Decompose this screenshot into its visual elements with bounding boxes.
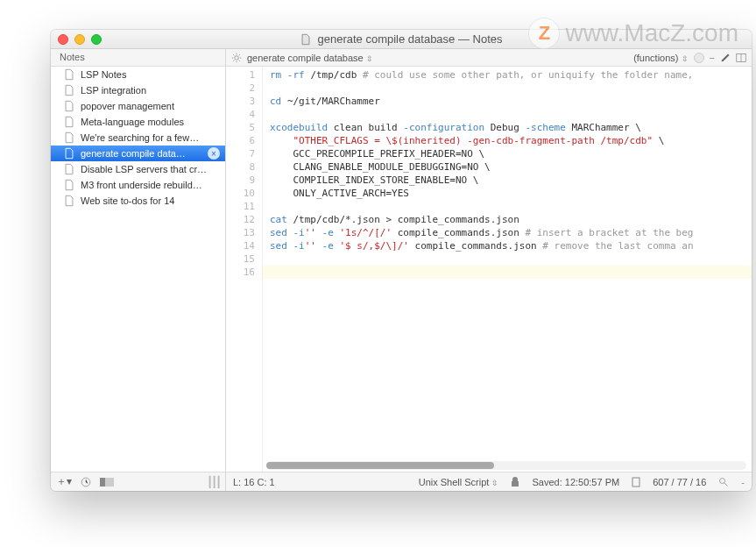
- marker-dot[interactable]: [694, 53, 704, 63]
- language-popup[interactable]: Unix Shell Script ⇳: [419, 477, 499, 487]
- code-line[interactable]: cd ~/git/MARChammer: [270, 95, 745, 108]
- file-icon: [63, 68, 75, 81]
- line-number[interactable]: 11: [226, 200, 255, 213]
- line-number[interactable]: 8: [226, 160, 255, 174]
- content-area: Notes LSP NotesLSP integrationpopover ma…: [51, 49, 752, 491]
- sidebar: Notes LSP NotesLSP integrationpopover ma…: [51, 49, 226, 491]
- line-number[interactable]: 5: [226, 121, 255, 134]
- close-icon[interactable]: ×: [208, 147, 220, 160]
- chevron-updown-icon: ⇳: [682, 55, 689, 63]
- code-line[interactable]: [270, 252, 745, 266]
- horizontal-scrollbar[interactable]: [266, 461, 746, 470]
- code-line[interactable]: COMPILER_INDEX_STORE_ENABLE=NO \: [270, 174, 745, 187]
- document-counts[interactable]: 607 / 77 / 16: [653, 477, 706, 487]
- sidebar-item[interactable]: generate compile data…×: [51, 146, 225, 161]
- code-line[interactable]: rm -rf /tmp/cdb # could use some other p…: [270, 68, 745, 82]
- history-icon[interactable]: [81, 477, 91, 487]
- sidebar-item-label: M3 front underside rebuild…: [81, 180, 220, 190]
- sidebar-item-label: Disable LSP servers that cr…: [81, 164, 220, 174]
- file-icon: [63, 116, 75, 128]
- sidebar-item[interactable]: M3 front underside rebuild…: [51, 177, 225, 193]
- code-line[interactable]: GCC_PRECOMPILE_PREFIX_HEADER=NO \: [270, 147, 745, 160]
- line-number[interactable]: 6: [226, 134, 255, 147]
- sidebar-item-label: generate compile data…: [81, 148, 202, 159]
- svg-rect-2: [105, 478, 114, 487]
- watermark: Z www.MacZ.com: [528, 18, 738, 49]
- sidebar-item[interactable]: We're searching for a few…: [51, 130, 225, 146]
- pencil-icon[interactable]: [720, 53, 731, 63]
- sidebar-drag-handle[interactable]: ┃┃┃: [207, 476, 220, 488]
- svg-rect-7: [632, 478, 639, 487]
- saved-status: Saved: 12:50:57 PM: [532, 477, 619, 487]
- line-number[interactable]: 12: [226, 213, 255, 226]
- svg-point-3: [235, 55, 239, 60]
- line-number[interactable]: 7: [226, 147, 255, 160]
- line-number[interactable]: 2: [226, 82, 255, 95]
- code-line[interactable]: [270, 266, 745, 279]
- sidebar-item-label: LSP Notes: [81, 69, 220, 80]
- file-icon: [63, 131, 75, 144]
- scrollbar-thumb[interactable]: [266, 462, 494, 469]
- sidebar-item[interactable]: LSP integration: [51, 82, 225, 98]
- sidebar-footer: ＋▾ ┃┃┃: [51, 472, 225, 491]
- svg-line-9: [724, 482, 728, 486]
- line-number[interactable]: 16: [226, 266, 255, 279]
- sidebar-header: Notes: [51, 49, 225, 67]
- sidebar-item-label: LSP integration: [81, 85, 220, 96]
- code-line[interactable]: [270, 200, 745, 213]
- line-number[interactable]: 13: [226, 226, 255, 239]
- file-icon: [63, 100, 75, 112]
- line-number[interactable]: 4: [226, 108, 255, 121]
- code-area[interactable]: rm -rf /tmp/cdb # could use some other p…: [263, 67, 752, 472]
- lock-icon[interactable]: [511, 477, 519, 487]
- sidebar-list[interactable]: LSP NotesLSP integrationpopover manageme…: [51, 67, 225, 472]
- code-line[interactable]: [270, 82, 745, 95]
- code-line[interactable]: sed -i'' -e '1s/^/[/' compile_commands.j…: [270, 226, 745, 239]
- sidebar-item-label: popover management: [81, 101, 220, 111]
- functions-popup[interactable]: (functions) ⇳: [633, 53, 688, 63]
- file-icon: [63, 84, 75, 96]
- chevron-updown-icon: ⇳: [366, 55, 373, 63]
- editor-body[interactable]: 12345678910111213141516 rm -rf /tmp/cdb …: [226, 67, 752, 472]
- editor-panel: generate compile database ⇳ (functions) …: [226, 49, 752, 491]
- sidebar-item[interactable]: Meta-language modules: [51, 114, 225, 130]
- line-number[interactable]: 3: [226, 95, 255, 108]
- line-number[interactable]: 15: [226, 252, 255, 266]
- code-line[interactable]: xcodebuild clean build -configuration De…: [270, 121, 745, 134]
- cursor-position[interactable]: L: 16 C: 1: [233, 477, 275, 487]
- line-number[interactable]: 14: [226, 239, 255, 252]
- split-view-icon[interactable]: [736, 53, 746, 63]
- code-line[interactable]: ONLY_ACTIVE_ARCH=YES: [270, 187, 745, 200]
- z-logo-icon: Z: [528, 18, 560, 49]
- file-icon: [63, 163, 75, 175]
- sidebar-item-label: We're searching for a few…: [81, 132, 220, 143]
- code-line[interactable]: sed -i'' -e '$ s/,$/\]/' compile_command…: [270, 239, 745, 252]
- window-title-text: generate compile database — Notes: [317, 32, 502, 46]
- svg-rect-6: [512, 481, 519, 487]
- sidebar-item[interactable]: Web site to-dos for 14: [51, 193, 225, 209]
- code-line[interactable]: [270, 108, 745, 121]
- sidebar-item[interactable]: popover management: [51, 98, 225, 114]
- code-line[interactable]: CLANG_ENABLE_MODULE_DEBUGGING=NO \: [270, 160, 745, 174]
- line-number[interactable]: 1: [226, 68, 255, 82]
- svg-point-8: [720, 478, 725, 483]
- line-number[interactable]: 9: [226, 174, 255, 187]
- add-button[interactable]: ＋▾: [56, 474, 72, 489]
- code-line[interactable]: cat /tmp/cdb/*.json > compile_commands.j…: [270, 213, 745, 226]
- search-icon[interactable]: [718, 477, 729, 487]
- sidebar-item[interactable]: Disable LSP servers that cr…: [51, 161, 225, 177]
- editor-toolbar: generate compile database ⇳ (functions) …: [226, 49, 752, 67]
- minus-button[interactable]: −: [710, 53, 715, 63]
- line-gutter[interactable]: 12345678910111213141516: [226, 67, 263, 472]
- line-number[interactable]: 10: [226, 187, 255, 200]
- document-stats-icon[interactable]: [632, 477, 640, 487]
- watermark-text: www.MacZ.com: [565, 19, 738, 47]
- search-dash: -: [741, 477, 745, 487]
- view-mode-icon[interactable]: [100, 478, 114, 487]
- gear-icon[interactable]: [231, 53, 242, 63]
- path-crumb[interactable]: generate compile database ⇳: [247, 53, 373, 63]
- file-icon: [63, 195, 75, 207]
- file-icon: [63, 179, 75, 191]
- code-line[interactable]: "OTHER_CFLAGS = \$(inherited) -gen-cdb-f…: [270, 134, 745, 147]
- sidebar-item[interactable]: LSP Notes: [51, 67, 225, 82]
